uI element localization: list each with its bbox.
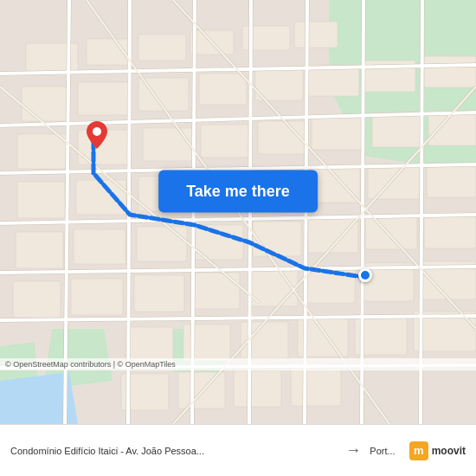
svg-rect-42 [365, 215, 417, 249]
svg-rect-19 [424, 56, 476, 87]
svg-rect-26 [372, 113, 422, 147]
bottom-bar: Condomínio Edifício Itaici - Av. João Pe… [0, 424, 476, 476]
svg-rect-47 [192, 273, 240, 309]
svg-rect-27 [428, 111, 476, 145]
svg-rect-11 [294, 22, 338, 48]
svg-rect-40 [253, 222, 301, 256]
svg-rect-61 [291, 368, 341, 406]
svg-rect-35 [427, 163, 476, 197]
svg-rect-25 [312, 117, 363, 150]
svg-rect-38 [137, 227, 187, 261]
svg-rect-44 [13, 281, 61, 318]
destination-marker [358, 268, 372, 282]
svg-rect-13 [78, 82, 130, 115]
copyright-text: © OpenStreetMap contributors | © OpenMap… [5, 360, 176, 369]
svg-rect-15 [199, 74, 247, 105]
route-destination: Port... [370, 446, 395, 456]
map-container: Take me there © OpenStreetMap contributo… [0, 0, 476, 424]
svg-rect-45 [71, 279, 123, 315]
svg-rect-23 [201, 125, 248, 158]
svg-rect-60 [234, 370, 281, 407]
svg-rect-28 [17, 182, 65, 218]
svg-point-98 [93, 127, 101, 136]
svg-rect-22 [143, 128, 193, 161]
svg-rect-37 [74, 229, 125, 264]
svg-rect-46 [134, 275, 184, 312]
moovit-logo-letter: m [409, 441, 428, 460]
copyright-bar: © OpenStreetMap contributors | © OpenMap… [0, 358, 476, 370]
moovit-logo-text: moovit [432, 445, 466, 457]
svg-rect-12 [22, 87, 69, 121]
svg-rect-8 [138, 35, 186, 61]
svg-rect-34 [368, 164, 420, 199]
arrow-right-icon: → [345, 441, 361, 460]
svg-rect-36 [16, 232, 63, 268]
moovit-logo: m moovit [409, 441, 466, 460]
origin-marker [87, 121, 107, 152]
take-me-there-button[interactable]: Take me there [158, 170, 318, 212]
route-origin: Condomínio Edifício Itaici - Av. João Pe… [10, 446, 337, 456]
